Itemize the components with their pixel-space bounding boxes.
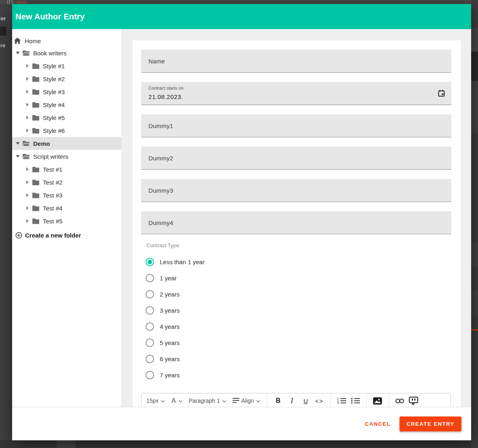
radio-circle-icon: [146, 371, 154, 379]
field-value: 21.08.2023.: [148, 93, 183, 100]
radio-label: 2 years: [160, 291, 180, 298]
tree-item-label: Style #5: [43, 114, 65, 121]
text-color-dropdown[interactable]: A: [171, 397, 182, 405]
radio-1-year[interactable]: 1 year: [146, 270, 177, 286]
chevron-down-icon: [256, 398, 260, 404]
bold-button[interactable]: B: [271, 397, 285, 404]
underline-button[interactable]: U: [299, 398, 313, 404]
radio-6-years[interactable]: 6 years: [146, 351, 180, 367]
caret-down-icon: [16, 142, 20, 145]
insert-image-button[interactable]: [371, 397, 385, 405]
font-size-dropdown[interactable]: 15px: [146, 398, 165, 404]
folder-closed-icon: [32, 218, 40, 224]
tree-item-book-writers[interactable]: Book writers: [12, 46, 121, 59]
folder-tree-sidebar: Home Book writers Style #1 Style #2 St: [12, 29, 121, 407]
background-block: [57, 440, 76, 448]
unordered-list-button[interactable]: [349, 398, 362, 404]
tree-item-label: Demo: [33, 140, 50, 147]
radio-circle-icon: [146, 339, 154, 347]
toolbar-separator: [330, 394, 331, 407]
create-new-folder-button[interactable]: Create a new folder: [12, 229, 121, 242]
folder-closed-icon: [32, 115, 40, 121]
tree-item-label: Style #2: [43, 76, 65, 82]
folder-closed-icon: [32, 76, 40, 82]
tree-item-label: Book writers: [33, 50, 67, 57]
folder-closed-icon: [32, 102, 40, 108]
background-page-top: ID:test: [0, 0, 478, 4]
field-dummy2[interactable]: Dummy2: [141, 147, 451, 170]
radio-circle-icon: [146, 306, 154, 315]
field-contract-starts-on[interactable]: Contract starts on 21.08.2023.: [141, 82, 451, 105]
field-label: Dummy1: [148, 114, 173, 137]
folder-closed-icon: [32, 128, 40, 134]
tree-item-demo[interactable]: Demo: [12, 137, 121, 150]
field-label: Dummy3: [148, 179, 173, 202]
folder-closed-icon: [32, 205, 40, 211]
align-label: Align: [241, 398, 254, 404]
dialog-title: New Author Entry: [15, 12, 85, 21]
radio-2-years[interactable]: 2 years: [146, 286, 180, 302]
radio-3-years[interactable]: 3 years: [146, 302, 180, 318]
form-card: Name Contract starts on 21.08.2023. Dumm…: [133, 40, 461, 407]
tree-item-test-5[interactable]: Test #5: [12, 215, 121, 227]
radio-5-years[interactable]: 5 years: [146, 334, 180, 351]
caret-down-icon: [16, 155, 20, 158]
tree-item-style-2[interactable]: Style #2: [12, 72, 121, 85]
field-name[interactable]: Name: [141, 50, 451, 73]
background-page-bottom: [0, 440, 478, 448]
caret-right-icon: [26, 180, 29, 184]
toolbar-separator: [267, 394, 267, 407]
background-id-text: ID:test: [7, 0, 26, 4]
radio-label: 6 years: [160, 355, 180, 362]
align-dropdown[interactable]: Align: [233, 398, 260, 404]
toolbar-separator: [389, 394, 389, 407]
background-red-line: [471, 329, 478, 330]
tree-item-test-3[interactable]: Test #3: [12, 189, 121, 202]
caret-right-icon: [26, 206, 29, 210]
radio-4-years[interactable]: 4 years: [146, 318, 180, 334]
radio-7-years[interactable]: 7 years: [146, 367, 180, 383]
ordered-list-button[interactable]: 123: [335, 398, 349, 404]
plus-circle-icon: [15, 232, 22, 239]
insert-quote-button[interactable]: [407, 397, 421, 405]
tree-item-style-5[interactable]: Style #5: [12, 111, 121, 124]
tree-item-style-4[interactable]: Style #4: [12, 98, 121, 111]
caret-right-icon: [26, 219, 29, 223]
sidebar-item-home[interactable]: Home: [12, 35, 121, 46]
text-color-label: A: [171, 397, 176, 405]
tree-item-test-2[interactable]: Test #2: [12, 176, 121, 189]
tree-item-label: Script writers: [33, 153, 68, 160]
italic-button[interactable]: I: [285, 397, 299, 405]
tree-item-style-6[interactable]: Style #6: [12, 124, 121, 137]
field-dummy3[interactable]: Dummy3: [141, 179, 451, 202]
tree-item-label: Style #3: [43, 88, 65, 95]
tree-item-label: Style #6: [43, 127, 65, 134]
caret-right-icon: [26, 77, 29, 81]
tree-item-label: Test #3: [43, 192, 62, 199]
form-pane: Name Contract starts on 21.08.2023. Dumm…: [121, 29, 471, 407]
create-entry-button[interactable]: CREATE ENTRY: [400, 416, 461, 431]
folder-closed-icon: [32, 192, 40, 198]
chevron-down-icon: [178, 398, 183, 404]
dialog-body: Home Book writers Style #1 Style #2 St: [12, 29, 471, 407]
tree-item-script-writers[interactable]: Script writers: [12, 150, 121, 163]
tree-item-style-3[interactable]: Style #3: [12, 85, 121, 98]
calendar-icon[interactable]: [438, 90, 445, 97]
tree-item-label: Style #1: [43, 63, 65, 69]
folder-open-icon: [22, 154, 30, 160]
tree-item-test-4[interactable]: Test #4: [12, 202, 121, 215]
field-dummy1[interactable]: Dummy1: [141, 114, 451, 137]
tree-item-style-1[interactable]: Style #1: [12, 59, 121, 72]
home-icon: [14, 38, 21, 44]
paragraph-style-dropdown[interactable]: Paragraph 1: [189, 398, 226, 404]
field-dummy4[interactable]: Dummy4: [141, 211, 451, 234]
radio-circle-icon: [146, 290, 154, 299]
tree-item-test-1[interactable]: Test #1: [12, 163, 121, 176]
cancel-button[interactable]: CANCEL: [365, 421, 391, 427]
insert-link-button[interactable]: [393, 398, 407, 404]
folder-closed-icon: [32, 166, 40, 172]
code-view-button[interactable]: <>: [313, 398, 326, 404]
radio-less-than-1-year[interactable]: Less than 1 year: [146, 254, 205, 270]
new-author-entry-dialog: New Author Entry Home Book writers Style…: [12, 4, 471, 440]
caret-right-icon: [26, 167, 29, 171]
